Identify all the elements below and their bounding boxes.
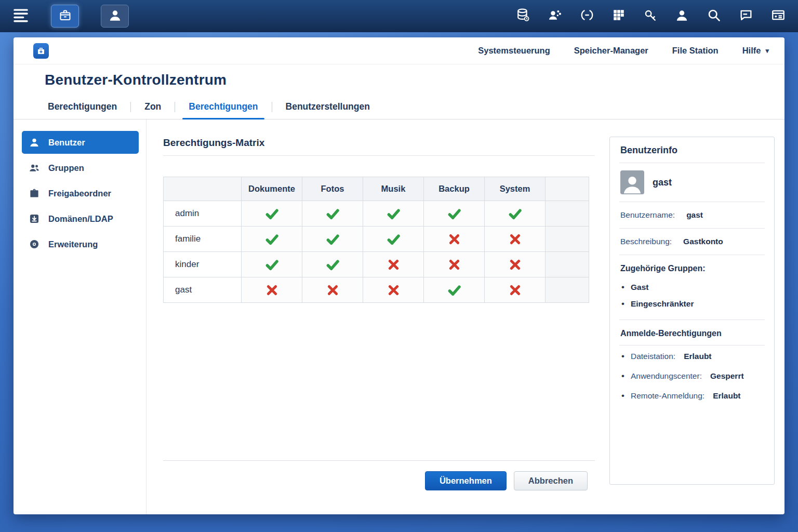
database-icon: [515, 8, 530, 24]
sidebar-item-freigabeordner[interactable]: Freigabeordner: [22, 182, 139, 205]
bullet-icon: •: [621, 391, 624, 401]
permission-admin-dokumente[interactable]: [242, 201, 302, 227]
group-item-gast: •Gast: [621, 279, 763, 296]
sidebar-item-benutzer[interactable]: Benutzer: [22, 131, 139, 154]
app-icon: [33, 43, 49, 59]
matrix-trailing-cell: [546, 277, 589, 303]
login-permission-value: Erlaubt: [684, 352, 711, 361]
sidebar-item-gruppen[interactable]: Gruppen: [22, 156, 139, 179]
resource-monitor-icon: [580, 8, 594, 24]
matrix-column-dokumente: Dokumente: [242, 177, 302, 201]
user-account-button[interactable]: [675, 8, 689, 24]
storage-status-button[interactable]: [515, 8, 530, 24]
permission-kinder-backup[interactable]: [424, 252, 485, 277]
login-permissions-heading: Anmelde-Berechtigungen: [619, 320, 765, 345]
permission-familie-musik[interactable]: [363, 227, 424, 252]
check-icon: [264, 257, 280, 272]
cancel-button[interactable]: Abbrechen: [514, 471, 588, 490]
help-menu-button[interactable]: Hilfe▾: [742, 46, 769, 56]
description-label: Beschreibung:: [620, 237, 672, 246]
key-button[interactable]: [643, 8, 657, 24]
matrix-trailing-cell: [546, 252, 589, 277]
package-center-taskbar-button[interactable]: [51, 5, 79, 28]
sidebar-item-label: Gruppen: [48, 163, 84, 173]
bullet-icon: •: [621, 299, 624, 309]
check-icon: [264, 206, 280, 221]
header-link-file-station[interactable]: File Station: [672, 46, 719, 56]
check-icon: [386, 206, 401, 221]
tab-berechtigungen-0[interactable]: Berechtigungen: [34, 95, 130, 119]
check-icon: [447, 206, 462, 221]
login-permission-label: Remote-Anmeldung:: [631, 391, 704, 401]
app-grid-button[interactable]: [612, 8, 626, 24]
sidebar-item-label: Benutzer: [48, 138, 85, 148]
permission-familie-dokumente[interactable]: [242, 227, 302, 252]
user-group-icon: [29, 162, 40, 174]
matrix-row-label-gast: gast: [164, 277, 242, 303]
matrix-wrap: DokumenteFotosMusikBackupSystemadminfami…: [163, 177, 595, 303]
avatar: [620, 170, 644, 194]
search-button[interactable]: [707, 8, 721, 24]
app-grid-icon: [612, 8, 626, 24]
main-panel: Berechtigungs-Matrix DokumenteFotosMusik…: [147, 119, 609, 514]
user-icon: [675, 8, 689, 24]
permission-admin-musik[interactable]: [363, 201, 424, 227]
permission-gast-fotos[interactable]: [302, 277, 363, 303]
permission-kinder-dokumente[interactable]: [242, 252, 302, 277]
header-link-speicher-manager[interactable]: Speicher-Manager: [574, 46, 648, 56]
tab-berechtigungen-active-2[interactable]: Berechtigungen: [175, 95, 271, 119]
permission-admin-fotos[interactable]: [302, 201, 363, 227]
matrix-trailing-header-cell: [546, 177, 589, 201]
bullet-icon: •: [621, 351, 624, 362]
permission-kinder-fotos[interactable]: [302, 252, 363, 277]
permission-familie-fotos[interactable]: [302, 227, 363, 252]
matrix-row-gast: gast: [164, 277, 589, 303]
apply-button[interactable]: Übernehmen: [425, 471, 507, 490]
matrix-row-label-kinder: kinder: [164, 252, 242, 277]
permission-familie-system[interactable]: [485, 227, 546, 252]
user-group-icon: [548, 8, 562, 24]
resource-monitor-button[interactable]: [580, 8, 594, 24]
sidebar-item-erweiterung[interactable]: Erweiterung: [22, 233, 139, 256]
cross-icon: [387, 284, 400, 297]
cross-icon: [387, 258, 400, 271]
page-title: Benutzer-Kontrollzentrum: [45, 72, 784, 88]
group-name: Gast: [631, 283, 648, 292]
permission-kinder-musik[interactable]: [363, 252, 424, 277]
package-icon: [58, 8, 72, 24]
footer-actions: Übernehmen Abbrechen: [163, 460, 595, 490]
app-window: SystemsteuerungSpeicher-ManagerFile Stat…: [14, 37, 784, 514]
userinfo-identity-row: gast: [619, 163, 765, 202]
sidebar-item-label: Domänen/LDAP: [48, 214, 113, 224]
permission-gast-system[interactable]: [485, 277, 546, 303]
main-menu-button[interactable]: [12, 7, 29, 25]
header-link-systemsteuerung[interactable]: Systemsteuerung: [478, 46, 550, 56]
permission-gast-musik[interactable]: [363, 277, 424, 303]
user-group-button[interactable]: [548, 8, 562, 24]
display-name: gast: [653, 177, 672, 188]
top-taskbar: [0, 0, 798, 32]
permission-familie-backup[interactable]: [424, 227, 485, 252]
group-item-eingeschr-nkter: •Eingeschränkter: [621, 296, 763, 312]
cross-icon: [326, 284, 339, 297]
matrix-column-musik: Musik: [363, 177, 424, 201]
tab-benutzerstellungen-3[interactable]: Benutzerstellungen: [272, 95, 383, 119]
widgets-button[interactable]: [771, 8, 786, 24]
check-icon: [325, 257, 340, 272]
matrix-column-backup: Backup: [424, 177, 485, 201]
login-permissions-list: •Dateistation:Erlaubt•Anwendungscenter:G…: [619, 345, 765, 413]
taskbar-left-group: [12, 5, 129, 28]
taskbar-right-group: [515, 8, 786, 24]
login-permission-dateistation: •Dateistation:Erlaubt: [621, 347, 763, 366]
permission-admin-backup[interactable]: [424, 201, 485, 227]
sidebar-item-dom-nen-ldap[interactable]: Domänen/LDAP: [22, 207, 139, 230]
cross-icon: [265, 284, 278, 297]
permission-gast-backup[interactable]: [424, 277, 485, 303]
notifications-button[interactable]: [739, 8, 753, 24]
user-app-taskbar-button[interactable]: [101, 5, 129, 28]
permission-gast-dokumente[interactable]: [242, 277, 302, 303]
matrix-column-fotos: Fotos: [302, 177, 363, 201]
permission-admin-system[interactable]: [485, 201, 546, 227]
permission-kinder-system[interactable]: [485, 252, 546, 277]
tab-zon-1[interactable]: Zon: [131, 95, 175, 119]
